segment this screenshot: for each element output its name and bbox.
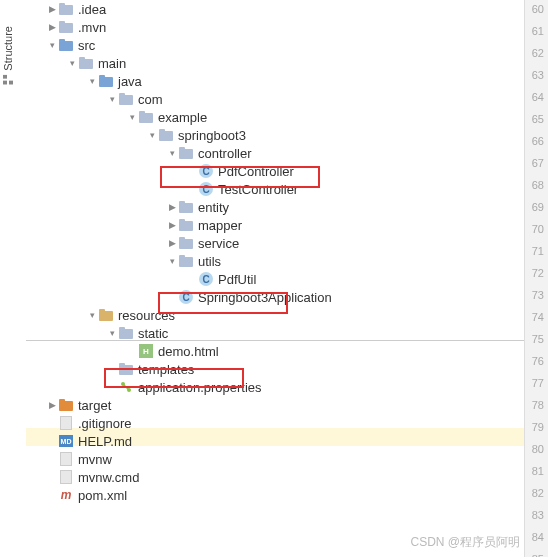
tree-node[interactable]: ▶mapper [26,216,524,234]
chevron-down-icon[interactable]: ▾ [86,76,98,86]
folder-icon [98,73,114,89]
folder-icon [58,19,74,35]
folder-icon [178,199,194,215]
svg-rect-24 [179,219,185,222]
line-number: 72 [525,264,548,282]
line-number: 60 [525,0,548,18]
folder-icon [118,361,134,377]
chevron-down-icon[interactable]: ▾ [86,310,98,320]
svg-rect-30 [99,309,105,312]
line-number: 78 [525,396,548,414]
folder-icon [118,325,134,341]
line-number: 79 [525,418,548,436]
tree-node[interactable]: mvnw.cmd [26,468,524,486]
chevron-right-icon[interactable]: ▶ [46,22,58,32]
tree-node[interactable]: mvnw [26,450,524,468]
chevron-right-icon[interactable]: ▶ [46,4,58,14]
folder-icon [98,307,114,323]
line-number: 73 [525,286,548,304]
tree-node[interactable]: templates [26,360,524,378]
chevron-right-icon[interactable]: ▶ [166,220,178,230]
tree-node[interactable]: mpom.xml [26,486,524,504]
tree-node[interactable]: CSpringboot3Application [26,288,524,306]
tree-node[interactable]: Hdemo.html [26,342,524,360]
structure-label: Structure [2,26,14,71]
java-class-icon: C [198,181,214,197]
tree-node[interactable]: ▾controller [26,144,524,162]
file-icon [58,415,74,431]
svg-rect-29 [99,311,113,321]
tree-node[interactable]: ▶.idea [26,0,524,18]
chevron-down-icon[interactable]: ▾ [126,112,138,122]
folder-icon [58,397,74,413]
folder-icon [138,109,154,125]
folder-icon [178,217,194,233]
line-number: 70 [525,220,548,238]
tree-node[interactable]: ▾src [26,36,524,54]
line-number: 62 [525,44,548,62]
tree-node[interactable]: ▶.mvn [26,18,524,36]
tree-node[interactable]: CPdfController [26,162,524,180]
chevron-down-icon[interactable]: ▾ [166,148,178,158]
file-icon [58,451,74,467]
chevron-right-icon[interactable]: ▶ [166,202,178,212]
line-number: 74 [525,308,548,326]
line-number: 66 [525,132,548,150]
tree-node[interactable]: ▾resources [26,306,524,324]
tree-node[interactable]: ▾com [26,90,524,108]
line-number: 65 [525,110,548,128]
tree-node[interactable]: ▾main [26,54,524,72]
tree-node[interactable]: application.properties [26,378,524,396]
chevron-down-icon[interactable]: ▾ [46,40,58,50]
tree-node[interactable]: ▾utils [26,252,524,270]
svg-rect-22 [179,201,185,204]
line-number: 67 [525,154,548,172]
svg-rect-32 [119,327,125,330]
svg-rect-25 [179,239,193,249]
svg-rect-39 [59,399,65,402]
svg-rect-26 [179,237,185,240]
chevron-down-icon[interactable]: ▾ [146,130,158,140]
tree-node[interactable]: ▶target [26,396,524,414]
svg-rect-34 [119,363,125,366]
line-number: 75 [525,330,548,348]
chevron-right-icon[interactable]: ▶ [166,238,178,248]
chevron-right-icon[interactable]: ▶ [46,400,58,410]
line-number: 84 [525,528,548,546]
svg-rect-8 [59,39,65,42]
tree-node[interactable]: MDHELP.md [26,432,524,450]
chevron-down-icon[interactable]: ▾ [106,94,118,104]
sidebar-structure-tab[interactable]: Structure [0,20,16,91]
svg-rect-20 [179,147,185,150]
tree-node[interactable]: ▾java [26,72,524,90]
svg-rect-12 [99,75,105,78]
properties-file-icon [118,379,134,395]
tree-node[interactable]: ▶entity [26,198,524,216]
tree-node[interactable]: ▾springboot3 [26,126,524,144]
svg-rect-6 [59,21,65,24]
tree-node[interactable]: .gitignore [26,414,524,432]
folder-icon [178,253,194,269]
chevron-down-icon[interactable]: ▾ [106,328,118,338]
tree-node[interactable]: ▶service [26,234,524,252]
line-number: 63 [525,66,548,84]
svg-rect-15 [139,113,153,123]
svg-rect-14 [119,93,125,96]
svg-rect-1 [3,75,7,79]
svg-rect-28 [179,255,185,258]
maven-file-icon: m [58,487,74,503]
chevron-down-icon[interactable]: ▾ [66,58,78,68]
svg-rect-16 [139,111,145,114]
line-number: 76 [525,352,548,370]
tree-node[interactable]: CPdfUtil [26,270,524,288]
tree-node[interactable]: CTestController [26,180,524,198]
folder-icon [58,37,74,53]
html-file-icon: H [138,343,154,359]
structure-icon [3,75,13,85]
project-tree[interactable]: ▶.idea ▶.mvn ▾src ▾main ▾java ▾com ▾exam… [26,0,524,557]
svg-rect-18 [159,129,165,132]
java-class-icon: C [198,271,214,287]
tree-node[interactable]: ▾example [26,108,524,126]
svg-rect-33 [119,365,133,375]
chevron-down-icon[interactable]: ▾ [166,256,178,266]
